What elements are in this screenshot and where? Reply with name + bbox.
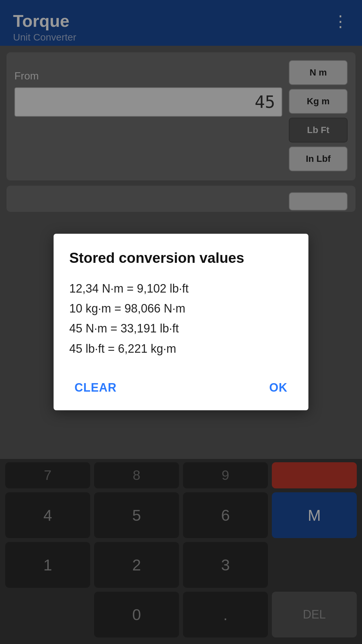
modal-entries: 12,34 N·m = 9,102 lb·ft 10 kg·m = 98,066… <box>69 279 293 359</box>
stored-values-modal: Stored conversion values 12,34 N·m = 9,1… <box>54 234 308 410</box>
modal-overlay: Stored conversion values 12,34 N·m = 9,1… <box>0 0 362 644</box>
modal-entry-0: 12,34 N·m = 9,102 lb·ft <box>69 279 293 298</box>
modal-entry-1: 10 kg·m = 98,066 N·m <box>69 298 293 318</box>
modal-clear-button[interactable]: CLEAR <box>69 378 122 397</box>
modal-actions: CLEAR OK <box>69 378 293 397</box>
modal-title: Stored conversion values <box>69 249 293 267</box>
modal-entry-2: 45 N·m = 33,191 lb·ft <box>69 318 293 338</box>
modal-entry-3: 45 lb·ft = 6,221 kg·m <box>69 339 293 359</box>
modal-ok-button[interactable]: OK <box>264 378 293 397</box>
